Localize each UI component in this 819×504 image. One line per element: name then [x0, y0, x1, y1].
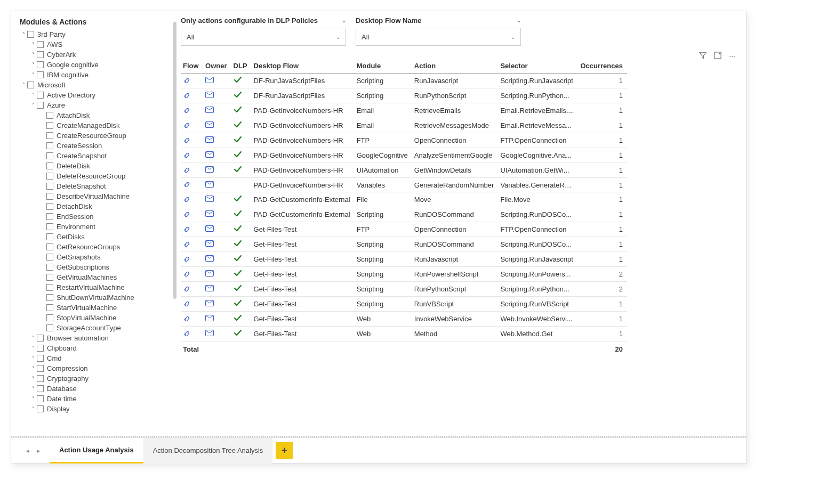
table-row[interactable]: PAD-GetInvoiceNumbers-HREmailRetrieveMes…: [181, 118, 627, 133]
tree-item[interactable]: ·GetResourceGroups: [20, 242, 172, 252]
tree-item[interactable]: ˄Microsoft: [20, 80, 172, 90]
chevron-down-icon[interactable]: ˅: [29, 52, 37, 58]
tree-item[interactable]: ˅Browser automation: [20, 333, 172, 343]
checkbox[interactable]: [37, 385, 44, 392]
mail-icon[interactable]: [205, 196, 214, 202]
checkbox[interactable]: [46, 152, 53, 159]
mail-icon[interactable]: [205, 107, 214, 113]
tree-item[interactable]: ˄Azure: [20, 100, 172, 110]
tree-item[interactable]: ˅Date time: [20, 394, 172, 404]
table-row[interactable]: Get-Files-TestScriptingRunPythonScriptSc…: [181, 282, 627, 297]
mail-icon[interactable]: [205, 285, 214, 291]
checkbox[interactable]: [46, 193, 53, 200]
checkbox[interactable]: [37, 71, 44, 78]
mail-icon[interactable]: [205, 166, 214, 173]
checkbox[interactable]: [37, 355, 44, 362]
mail-icon[interactable]: [205, 255, 214, 262]
tree-item[interactable]: ·DescribeVirtualMachine: [20, 191, 172, 201]
th-module[interactable]: Module: [355, 59, 412, 74]
dlp-filter-select[interactable]: All ⌄: [181, 28, 346, 46]
flow-link-icon[interactable]: [183, 225, 191, 235]
tab-decomposition-tree[interactable]: Action Decomposition Tree Analysis: [143, 438, 273, 464]
tree-item[interactable]: ·CreateManagedDisk: [20, 120, 172, 131]
chevron-down-icon[interactable]: ˅: [29, 406, 37, 412]
table-row[interactable]: Get-Files-TestScriptingRunPowershellScri…: [181, 267, 627, 282]
chevron-down-icon[interactable]: ˅: [29, 396, 37, 402]
chevron-up-icon[interactable]: ˄: [29, 102, 37, 108]
tree-item[interactable]: ·AttachDisk: [20, 110, 172, 120]
table-row[interactable]: Get-Files-TestScriptingRunDOSCommandScri…: [181, 237, 627, 252]
mail-icon[interactable]: [205, 225, 214, 232]
tab-next-button[interactable]: ▸: [35, 446, 42, 456]
tree-item[interactable]: ·StopVirtualMachine: [20, 313, 172, 323]
mail-icon[interactable]: [205, 181, 214, 188]
table-row[interactable]: PAD-GetInvoiceNumbers-HRFTPOpenConnectio…: [181, 133, 627, 148]
tree-item[interactable]: ˅Display: [20, 404, 172, 414]
tree-item[interactable]: ·CreateSession: [20, 141, 172, 151]
tree-item[interactable]: ·CreateSnapshot: [20, 151, 172, 161]
chevron-up-icon[interactable]: ˄: [20, 82, 27, 88]
focus-mode-icon[interactable]: [714, 52, 721, 61]
flow-link-icon[interactable]: [183, 330, 191, 339]
th-occurrences[interactable]: Occurrences: [578, 59, 627, 74]
flow-link-icon[interactable]: [183, 151, 191, 161]
chevron-down-icon[interactable]: ˅: [29, 92, 37, 98]
checkbox[interactable]: [37, 395, 44, 402]
flow-link-icon[interactable]: [183, 255, 191, 265]
th-owner[interactable]: Owner: [203, 59, 231, 74]
tree-item[interactable]: ˅Clipboard: [20, 343, 172, 353]
flow-link-icon[interactable]: [183, 300, 191, 310]
flow-link-icon[interactable]: [183, 210, 191, 220]
tree-item[interactable]: ·StartVirtualMachine: [20, 303, 172, 313]
checkbox[interactable]: [46, 183, 53, 190]
flow-link-icon[interactable]: [183, 240, 191, 250]
tree-item[interactable]: ˅Active Directory: [20, 90, 172, 100]
tree-item[interactable]: ·CreateResourceGroup: [20, 131, 172, 141]
checkbox[interactable]: [46, 162, 53, 169]
chevron-down-icon[interactable]: ˅: [29, 335, 37, 341]
flow-link-icon[interactable]: [183, 270, 191, 280]
sidebar-scrollbar[interactable]: [173, 22, 176, 299]
table-row[interactable]: PAD-GetCustomerInfo-ExternalFileMoveFile…: [181, 192, 627, 207]
chevron-down-icon[interactable]: ⌄: [342, 18, 346, 23]
checkbox[interactable]: [46, 213, 53, 220]
tree-item[interactable]: ·EndSession: [20, 212, 172, 222]
flow-link-icon[interactable]: [183, 92, 191, 101]
table-row[interactable]: DF-RunJavaScriptFilesScriptingRunPythonS…: [181, 88, 627, 103]
table-row[interactable]: PAD-GetCustomerInfo-ExternalScriptingRun…: [181, 207, 627, 222]
tree-item[interactable]: ·GetSubscriptions: [20, 262, 172, 272]
tree-item[interactable]: ·DetachDisk: [20, 201, 172, 212]
checkbox[interactable]: [46, 274, 53, 281]
checkbox[interactable]: [46, 324, 53, 331]
table-row[interactable]: PAD-GetInvoiceNumbers-HREmailRetrieveEma…: [181, 103, 627, 118]
checkbox[interactable]: [37, 102, 44, 109]
tree-item[interactable]: ·GetDisks: [20, 232, 172, 242]
mail-icon[interactable]: [205, 151, 214, 158]
flow-link-icon[interactable]: [183, 77, 191, 86]
tree-item[interactable]: ˅AWS: [20, 39, 172, 50]
tree-item[interactable]: ·Environment: [20, 222, 172, 232]
flowname-filter-select[interactable]: All ⌄: [356, 28, 521, 46]
more-options-icon[interactable]: ···: [729, 52, 735, 61]
checkbox[interactable]: [37, 61, 44, 68]
checkbox[interactable]: [37, 41, 44, 48]
th-name[interactable]: Desktop Flow: [252, 59, 355, 74]
checkbox[interactable]: [46, 264, 53, 271]
mail-icon[interactable]: [205, 77, 214, 83]
table-row[interactable]: DF-RunJavaScriptFilesScriptingRunJavascr…: [181, 74, 627, 88]
checkbox[interactable]: [46, 223, 53, 230]
filter-icon[interactable]: [699, 52, 706, 61]
tree-item[interactable]: ˄3rd Party: [20, 29, 172, 39]
tree-item[interactable]: ·DeleteResourceGroup: [20, 171, 172, 181]
checkbox[interactable]: [37, 345, 44, 352]
table-row[interactable]: PAD-GetInvoiceNumbers-HRGoogleCognitiveA…: [181, 148, 627, 163]
checkbox[interactable]: [37, 51, 44, 58]
tree-item[interactable]: ˅Google cognitive: [20, 60, 172, 70]
tree-item[interactable]: ·GetSnapshots: [20, 252, 172, 262]
chevron-down-icon[interactable]: ˅: [29, 72, 37, 78]
checkbox[interactable]: [46, 284, 53, 291]
th-dlp[interactable]: DLP: [231, 59, 252, 74]
checkbox[interactable]: [46, 132, 53, 139]
table-row[interactable]: Get-Files-TestWebInvokeWebServiceWeb.Inv…: [181, 312, 627, 327]
th-flow[interactable]: Flow: [181, 59, 203, 74]
